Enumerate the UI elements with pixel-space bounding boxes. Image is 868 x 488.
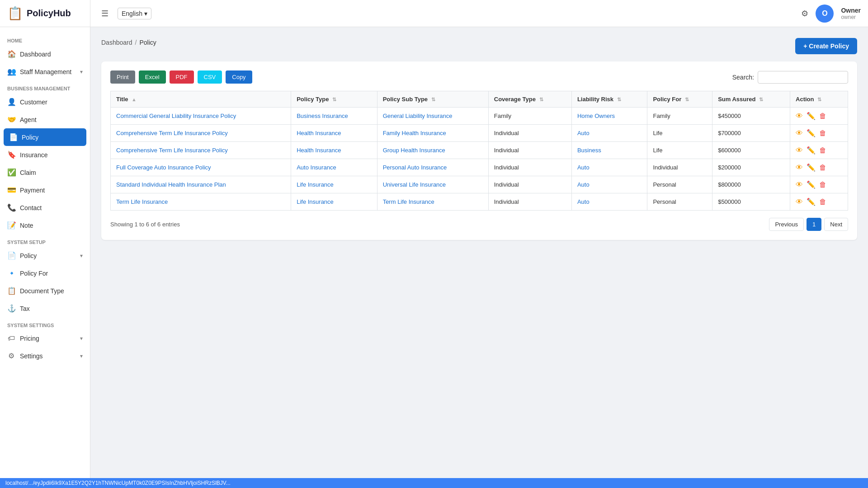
cell-policy-type[interactable]: Business Insurance (291, 108, 377, 125)
cell-policy-type[interactable]: Health Insurance (291, 142, 377, 159)
sidebar-section-label: Business Management (0, 80, 90, 93)
print-button[interactable]: Print (110, 70, 135, 84)
cell-liability-risk[interactable]: Auto (571, 193, 647, 211)
delete-icon[interactable]: 🗑 (819, 198, 826, 206)
edit-icon[interactable]: ✏️ (807, 197, 816, 206)
sidebar-item-settings[interactable]: ⚙Settings▾ (0, 347, 90, 365)
sidebar-item-insurance[interactable]: 🔖Insurance (0, 146, 90, 164)
col-title[interactable]: Title ▲ (111, 91, 291, 108)
cell-coverage-type: Individual (488, 142, 571, 159)
view-icon[interactable]: 👁 (796, 164, 803, 172)
table-toolbar: Print Excel PDF CSV Copy Search: (110, 70, 848, 84)
cell-title[interactable]: Commercial General Liability Insurance P… (111, 108, 291, 125)
topbar-left: ☰ English ▾ (98, 7, 151, 20)
previous-button[interactable]: Previous (769, 218, 804, 231)
edit-icon[interactable]: ✏️ (807, 129, 816, 137)
create-policy-button[interactable]: + Create Policy (795, 38, 857, 54)
cell-policy-sub-type[interactable]: General Liability Insurance (377, 108, 488, 125)
delete-icon[interactable]: 🗑 (819, 164, 826, 172)
edit-icon[interactable]: ✏️ (807, 180, 816, 189)
sidebar-item-contact[interactable]: 📞Contact (0, 199, 90, 216)
delete-icon[interactable]: 🗑 (819, 146, 826, 155)
edit-icon[interactable]: ✏️ (807, 146, 816, 155)
page-1-button[interactable]: 1 (807, 218, 821, 231)
settings-icon[interactable]: ⚙ (801, 9, 808, 19)
search-input[interactable] (758, 71, 848, 84)
cell-coverage-type: Individual (488, 176, 571, 193)
sidebar-item-policy[interactable]: 📄Policy (4, 128, 86, 146)
edit-icon[interactable]: ✏️ (807, 112, 816, 120)
sidebar-item-label: Document Type (20, 287, 64, 295)
cell-liability-risk[interactable]: Auto (571, 125, 647, 142)
table-header-row: Title ▲ Policy Type ⇅ Policy Sub Type ⇅ … (111, 91, 848, 108)
setup-policy-icon: 📄 (7, 251, 15, 260)
cell-title[interactable]: Comprehensive Term Life Insurance Policy (111, 125, 291, 142)
sidebar-item-customer[interactable]: 👤Customer (0, 93, 90, 111)
cell-liability-risk[interactable]: Business (571, 142, 647, 159)
col-sum-assured[interactable]: Sum Assured ⇅ (712, 91, 790, 108)
col-policy-for[interactable]: Policy For ⇅ (647, 91, 712, 108)
cell-policy-type[interactable]: Health Insurance (291, 125, 377, 142)
sidebar-item-payment[interactable]: 💳Payment (0, 181, 90, 199)
csv-button[interactable]: CSV (198, 70, 222, 84)
sidebar-item-pricing[interactable]: 🏷Pricing▾ (0, 330, 90, 347)
cell-policy-sub-type[interactable]: Family Health Insurance (377, 125, 488, 142)
cell-liability-risk[interactable]: Auto (571, 159, 647, 176)
sidebar-item-label: Claim (20, 169, 36, 176)
view-icon[interactable]: 👁 (796, 129, 803, 137)
col-action[interactable]: Action ⇅ (790, 91, 848, 108)
cell-title[interactable]: Comprehensive Term Life Insurance Policy (111, 142, 291, 159)
search-label: Search: (732, 74, 754, 81)
cell-policy-type[interactable]: Auto Insurance (291, 159, 377, 176)
cell-policy-type[interactable]: Life Insurance (291, 176, 377, 193)
col-liability-risk[interactable]: Liability Risk ⇅ (571, 91, 647, 108)
hamburger-button[interactable]: ☰ (98, 7, 112, 20)
cell-policy-type[interactable]: Life Insurance (291, 193, 377, 211)
excel-button[interactable]: Excel (139, 70, 166, 84)
cell-policy-sub-type[interactable]: Term Life Insurance (377, 193, 488, 211)
cell-sum-assured: $800000 (712, 176, 790, 193)
col-policy-type[interactable]: Policy Type ⇅ (291, 91, 377, 108)
cell-policy-sub-type[interactable]: Universal Life Insurance (377, 176, 488, 193)
cell-action: 👁 ✏️ 🗑 (790, 142, 848, 159)
main-content: Dashboard / Policy + Create Policy Print… (90, 27, 868, 488)
view-icon[interactable]: 👁 (796, 198, 803, 206)
sidebar-item-setup-policy-for[interactable]: 🔹Policy For (0, 264, 90, 282)
sidebar-item-label: Staff Management (20, 68, 71, 75)
col-coverage-type[interactable]: Coverage Type ⇅ (488, 91, 571, 108)
cell-policy-for: Life (647, 125, 712, 142)
chevron-down-icon: ▾ (80, 253, 83, 259)
sidebar-item-setup-policy[interactable]: 📄Policy▾ (0, 247, 90, 264)
breadcrumb-dashboard[interactable]: Dashboard (101, 39, 132, 46)
cell-policy-sub-type[interactable]: Personal Auto Insurance (377, 159, 488, 176)
delete-icon[interactable]: 🗑 (819, 112, 826, 120)
sidebar-item-agent[interactable]: 🤝Agent (0, 111, 90, 128)
sidebar-item-dashboard[interactable]: 🏠Dashboard (0, 45, 90, 63)
table-header: Title ▲ Policy Type ⇅ Policy Sub Type ⇅ … (111, 91, 848, 108)
cell-liability-risk[interactable]: Home Owners (571, 108, 647, 125)
delete-icon[interactable]: 🗑 (819, 181, 826, 189)
col-policy-sub-type[interactable]: Policy Sub Type ⇅ (377, 91, 488, 108)
sidebar-item-setup-document-type[interactable]: 📋Document Type (0, 282, 90, 300)
avatar: O (816, 5, 834, 23)
sidebar-item-note[interactable]: 📝Note (0, 216, 90, 234)
cell-policy-sub-type[interactable]: Group Health Insurance (377, 142, 488, 159)
sidebar-item-label: Insurance (20, 151, 47, 159)
cell-title[interactable]: Standard Individual Health Insurance Pla… (111, 176, 291, 193)
edit-icon[interactable]: ✏️ (807, 163, 816, 172)
delete-icon[interactable]: 🗑 (819, 129, 826, 137)
cell-title[interactable]: Full Coverage Auto Insurance Policy (111, 159, 291, 176)
sidebar-item-staff-management[interactable]: 👥Staff Management▾ (0, 63, 90, 80)
cell-title[interactable]: Term Life Insurance (111, 193, 291, 211)
pdf-button[interactable]: PDF (170, 70, 194, 84)
sidebar-item-claim[interactable]: ✅Claim (0, 164, 90, 181)
next-button[interactable]: Next (824, 218, 848, 231)
view-icon[interactable]: 👁 (796, 146, 803, 155)
view-icon[interactable]: 👁 (796, 181, 803, 189)
cell-liability-risk[interactable]: Auto (571, 176, 647, 193)
sidebar-item-setup-tax[interactable]: ⚓Tax (0, 300, 90, 317)
view-icon[interactable]: 👁 (796, 112, 803, 120)
copy-button[interactable]: Copy (226, 70, 252, 84)
language-selector[interactable]: English ▾ (118, 8, 151, 19)
setup-policy-for-icon: 🔹 (7, 269, 15, 277)
